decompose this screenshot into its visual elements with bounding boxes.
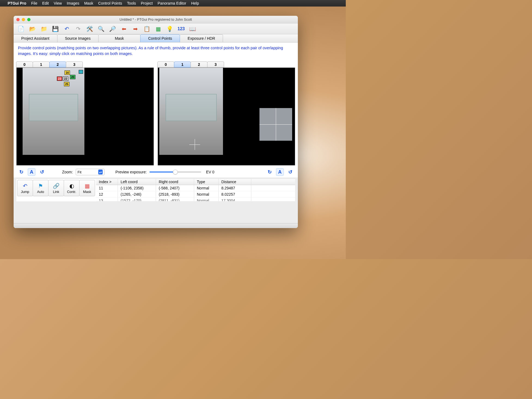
cp-marker[interactable]: 25	[64, 82, 69, 86]
left-photo	[23, 68, 84, 155]
table-header[interactable]: Index > Left coord Right coord Type Dist…	[96, 179, 295, 185]
zoom-value: Fit	[78, 170, 81, 174]
col-left-coord[interactable]: Left coord	[118, 179, 156, 185]
tools-icon[interactable]: 🛠️	[86, 25, 93, 32]
zoom-controls: ↻ A ↺ Zoom: Fit ▴▾ Preview exposure: EV …	[14, 165, 298, 177]
col-type[interactable]: Type	[194, 179, 219, 185]
tab-control-points[interactable]: Control Points	[140, 34, 180, 42]
left-imgtab-0[interactable]: 0	[16, 62, 33, 67]
cp-marker-extra[interactable]	[79, 70, 83, 74]
slider-thumb[interactable]	[173, 170, 178, 174]
auto-rotate-right-button[interactable]: A	[276, 168, 284, 176]
window-footer	[14, 223, 298, 228]
dropdown-arrow-icon: ▴▾	[98, 170, 103, 174]
exposure-value: EV 0	[206, 170, 214, 174]
left-image-view[interactable]: 16 23 22 20 25	[16, 67, 154, 165]
auto-rotate-left-button[interactable]: A	[28, 168, 35, 176]
rotate-ccw-right-button[interactable]: ↻	[266, 168, 273, 176]
rotate-cw-left-button[interactable]: ↺	[38, 168, 46, 176]
prev-icon[interactable]: ⬅	[120, 25, 127, 32]
tab-project-assistant[interactable]: Project Assistant	[14, 34, 57, 42]
table-row[interactable]: 12 (1265, -246) (2518, -893) Normal 8.02…	[96, 191, 295, 198]
macos-menubar: PTGui Pro File Edit View Images Mask Con…	[0, 0, 346, 7]
mask-button[interactable]: ▦Mask	[79, 180, 95, 196]
right-imgtab-1[interactable]: 1	[174, 62, 191, 67]
left-panel: 0 1 2 3 16 23 22 20 25	[16, 62, 154, 165]
cp-marker[interactable]: 23	[57, 76, 62, 81]
left-image-tabs: 0 1 2 3	[16, 62, 154, 67]
col-distance[interactable]: Distance	[219, 179, 251, 185]
menu-mask[interactable]: Mask	[84, 1, 93, 5]
menu-images[interactable]: Images	[67, 1, 79, 5]
menu-file[interactable]: File	[31, 1, 37, 5]
left-imgtab-2[interactable]: 2	[49, 62, 66, 67]
main-tabs: Project Assistant Source Images Mask Con…	[14, 34, 298, 42]
zoom-select[interactable]: Fit ▴▾	[76, 169, 105, 175]
save-icon[interactable]: 💾	[52, 25, 59, 32]
table-row[interactable]: 13 (1572, -170) (2811, -831) Normal 17.3…	[96, 198, 295, 201]
exposure-label: Preview exposure:	[115, 170, 147, 174]
auto-button[interactable]: ⚑Auto	[33, 180, 48, 196]
exposure-slider[interactable]	[149, 171, 201, 173]
zoom-out-icon[interactable]: 🔎	[109, 25, 116, 32]
right-imgtab-2[interactable]: 2	[191, 62, 207, 67]
right-image-view[interactable]	[158, 67, 295, 165]
tab-source-images[interactable]: Source Images	[57, 34, 99, 42]
left-imgtab-1[interactable]: 1	[33, 62, 50, 67]
rotate-ccw-left-button[interactable]: ↻	[17, 168, 25, 176]
right-imgtab-0[interactable]: 0	[157, 62, 174, 67]
left-imgtab-3[interactable]: 3	[66, 62, 83, 67]
rotate-cw-right-button[interactable]: ↺	[286, 168, 294, 176]
zoom-in-icon[interactable]: 🔍	[97, 25, 105, 32]
magnifier-overlay	[259, 108, 292, 141]
menu-tools[interactable]: Tools	[127, 1, 136, 5]
tab-mask[interactable]: Mask	[98, 34, 140, 42]
menu-view[interactable]: View	[54, 1, 62, 5]
add-images-icon[interactable]: 📁	[40, 25, 47, 32]
hint-icon[interactable]: 💡	[166, 25, 173, 32]
table-row[interactable]: 11 (-1106, 2358) (-588, 2407) Normal 8.2…	[96, 185, 295, 191]
right-panel: 0 1 2 3	[158, 62, 295, 165]
window-title: Untitled * - PTGui Pro registered to Joh…	[14, 17, 298, 22]
contrast-button[interactable]: ◐Contr.	[64, 180, 80, 196]
control-points-table: Index > Left coord Right coord Type Dist…	[96, 179, 295, 201]
copy-icon[interactable]: 📋	[143, 25, 150, 32]
redo-icon[interactable]: ↷	[75, 25, 82, 32]
menu-panorama-editor[interactable]: Panorama Editor	[158, 1, 186, 5]
menu-help[interactable]: Help	[191, 1, 199, 5]
numbers-toggle[interactable]: 123	[178, 25, 185, 32]
crosshair-cursor	[189, 139, 200, 150]
help-icon[interactable]: 📖	[189, 25, 196, 32]
bottom-section: ↶Jump ⚑Auto 🔗Link ◐Contr. ▦Mask Index > …	[16, 179, 295, 201]
cp-marker[interactable]: 16	[65, 70, 70, 75]
col-index[interactable]: Index >	[96, 179, 118, 185]
new-project-icon[interactable]: 📄	[17, 25, 25, 32]
open-project-icon[interactable]: 📂	[29, 25, 36, 32]
cp-marker[interactable]: 22	[63, 76, 68, 81]
tab-exposure-hdr[interactable]: Exposure / HDR	[180, 34, 223, 42]
action-buttons: ↶Jump ⚑Auto 🔗Link ◐Contr. ▦Mask	[16, 179, 96, 201]
right-image-tabs: 0 1 2 3	[158, 62, 295, 67]
cp-marker[interactable]: 20	[70, 75, 75, 79]
right-imgtab-3[interactable]: 3	[207, 62, 224, 67]
menu-app[interactable]: PTGui Pro	[8, 1, 26, 5]
link-button[interactable]: 🔗Link	[48, 180, 64, 196]
next-icon[interactable]: ➡	[132, 25, 139, 32]
menu-project[interactable]: Project	[141, 1, 153, 5]
titlebar[interactable]: Untitled * - PTGui Pro registered to Joh…	[14, 16, 298, 23]
undo-icon[interactable]: ↶	[63, 25, 70, 32]
toolbar: 📄 📂 📁 💾 ↶ ↷ 🛠️ 🔍 🔎 ⬅ ➡ 📋 ▦ 💡 123 📖	[14, 23, 298, 34]
menu-control-points[interactable]: Control Points	[98, 1, 122, 5]
app-window: Untitled * - PTGui Pro registered to Joh…	[14, 16, 298, 228]
grid-icon[interactable]: ▦	[155, 25, 162, 32]
col-right-coord[interactable]: Right coord	[156, 179, 194, 185]
jump-button[interactable]: ↶Jump	[17, 180, 33, 196]
zoom-label: Zoom:	[62, 170, 73, 174]
menu-edit[interactable]: Edit	[42, 1, 49, 5]
instructions-text: Provide control points (matching points …	[14, 42, 298, 59]
